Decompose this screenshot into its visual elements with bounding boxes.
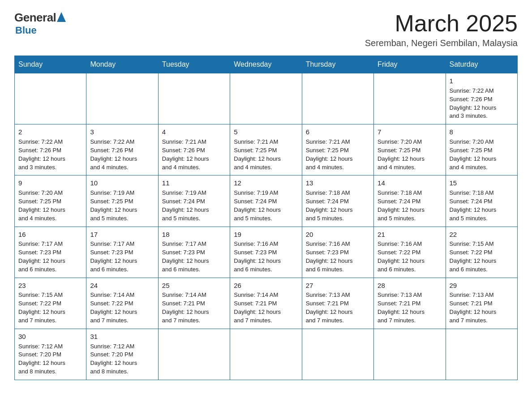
calendar-cell: 31Sunrise: 7:12 AM Sunset: 7:20 PM Dayli…	[86, 329, 158, 380]
calendar-cell: 2Sunrise: 7:22 AM Sunset: 7:26 PM Daylig…	[15, 124, 86, 176]
logo: General Blue	[14, 11, 67, 36]
day-info: Sunrise: 7:20 AM Sunset: 7:25 PM Dayligh…	[450, 138, 514, 171]
weekday-saturday: Saturday	[446, 56, 517, 73]
calendar-week-2: 2Sunrise: 7:22 AM Sunset: 7:26 PM Daylig…	[15, 124, 518, 176]
day-number: 15	[450, 178, 514, 188]
calendar-week-1: 1Sunrise: 7:22 AM Sunset: 7:26 PM Daylig…	[15, 73, 518, 124]
calendar-cell	[158, 329, 230, 380]
day-number: 19	[234, 230, 298, 240]
day-info: Sunrise: 7:14 AM Sunset: 7:22 PM Dayligh…	[90, 291, 154, 325]
weekday-wednesday: Wednesday	[230, 56, 302, 73]
calendar-cell: 11Sunrise: 7:19 AM Sunset: 7:24 PM Dayli…	[158, 176, 230, 227]
calendar-header: SundayMondayTuesdayWednesdayThursdayFrid…	[15, 56, 518, 73]
weekday-header-row: SundayMondayTuesdayWednesdayThursdayFrid…	[15, 56, 518, 73]
calendar-week-4: 16Sunrise: 7:17 AM Sunset: 7:23 PM Dayli…	[15, 227, 518, 278]
calendar-cell: 8Sunrise: 7:20 AM Sunset: 7:25 PM Daylig…	[446, 124, 517, 176]
calendar-cell	[302, 329, 373, 380]
location-title: Seremban, Negeri Sembilan, Malaysia	[365, 38, 518, 48]
weekday-sunday: Sunday	[15, 56, 86, 73]
day-number: 30	[18, 332, 82, 342]
day-number: 28	[378, 281, 442, 291]
calendar-cell: 12Sunrise: 7:19 AM Sunset: 7:24 PM Dayli…	[230, 176, 302, 227]
calendar-cell: 19Sunrise: 7:16 AM Sunset: 7:23 PM Dayli…	[230, 227, 302, 278]
calendar-cell: 28Sunrise: 7:13 AM Sunset: 7:21 PM Dayli…	[374, 278, 446, 329]
day-number: 26	[234, 281, 298, 291]
day-info: Sunrise: 7:18 AM Sunset: 7:24 PM Dayligh…	[378, 189, 442, 223]
day-number: 8	[450, 127, 514, 137]
calendar-cell: 27Sunrise: 7:13 AM Sunset: 7:21 PM Dayli…	[302, 278, 373, 329]
day-info: Sunrise: 7:16 AM Sunset: 7:23 PM Dayligh…	[234, 240, 298, 274]
day-info: Sunrise: 7:12 AM Sunset: 7:20 PM Dayligh…	[18, 342, 82, 376]
calendar-cell: 20Sunrise: 7:16 AM Sunset: 7:23 PM Dayli…	[302, 227, 373, 278]
day-number: 13	[306, 178, 370, 188]
calendar-cell: 29Sunrise: 7:13 AM Sunset: 7:21 PM Dayli…	[446, 278, 517, 329]
header: General Blue March 2025 Seremban, Negeri…	[14, 11, 518, 48]
day-info: Sunrise: 7:20 AM Sunset: 7:25 PM Dayligh…	[378, 138, 442, 171]
day-info: Sunrise: 7:19 AM Sunset: 7:24 PM Dayligh…	[162, 189, 226, 223]
title-area: March 2025 Seremban, Negeri Sembilan, Ma…	[365, 11, 518, 48]
day-number: 1	[450, 76, 514, 86]
day-number: 21	[378, 230, 442, 240]
calendar-cell: 16Sunrise: 7:17 AM Sunset: 7:23 PM Dayli…	[15, 227, 86, 278]
day-number: 20	[306, 230, 370, 240]
day-number: 5	[234, 127, 298, 137]
calendar-cell: 15Sunrise: 7:18 AM Sunset: 7:24 PM Dayli…	[446, 176, 517, 227]
day-info: Sunrise: 7:16 AM Sunset: 7:22 PM Dayligh…	[378, 240, 442, 274]
calendar-cell: 1Sunrise: 7:22 AM Sunset: 7:26 PM Daylig…	[446, 73, 517, 124]
day-info: Sunrise: 7:21 AM Sunset: 7:25 PM Dayligh…	[234, 138, 298, 171]
calendar-cell: 4Sunrise: 7:21 AM Sunset: 7:26 PM Daylig…	[158, 124, 230, 176]
calendar-cell	[15, 73, 86, 124]
day-number: 16	[18, 230, 82, 240]
day-number: 9	[18, 178, 82, 188]
day-info: Sunrise: 7:22 AM Sunset: 7:26 PM Dayligh…	[90, 138, 154, 171]
weekday-tuesday: Tuesday	[158, 56, 230, 73]
weekday-thursday: Thursday	[302, 56, 373, 73]
day-number: 12	[234, 178, 298, 188]
day-number: 10	[90, 178, 154, 188]
day-info: Sunrise: 7:21 AM Sunset: 7:26 PM Dayligh…	[162, 138, 226, 171]
calendar-week-5: 23Sunrise: 7:15 AM Sunset: 7:22 PM Dayli…	[15, 278, 518, 329]
calendar-cell	[230, 329, 302, 380]
day-info: Sunrise: 7:19 AM Sunset: 7:24 PM Dayligh…	[234, 189, 298, 223]
day-number: 25	[162, 281, 226, 291]
calendar-cell: 23Sunrise: 7:15 AM Sunset: 7:22 PM Dayli…	[15, 278, 86, 329]
day-info: Sunrise: 7:13 AM Sunset: 7:21 PM Dayligh…	[306, 291, 370, 325]
day-number: 4	[162, 127, 226, 137]
day-number: 14	[378, 178, 442, 188]
day-number: 23	[18, 281, 82, 291]
day-info: Sunrise: 7:12 AM Sunset: 7:20 PM Dayligh…	[90, 342, 154, 376]
day-info: Sunrise: 7:14 AM Sunset: 7:21 PM Dayligh…	[162, 291, 226, 325]
calendar-cell: 22Sunrise: 7:15 AM Sunset: 7:22 PM Dayli…	[446, 227, 517, 278]
day-info: Sunrise: 7:17 AM Sunset: 7:23 PM Dayligh…	[18, 240, 82, 274]
calendar-cell: 9Sunrise: 7:20 AM Sunset: 7:25 PM Daylig…	[15, 176, 86, 227]
day-number: 7	[378, 127, 442, 137]
calendar-cell: 3Sunrise: 7:22 AM Sunset: 7:26 PM Daylig…	[86, 124, 158, 176]
calendar-cell	[446, 329, 517, 380]
day-info: Sunrise: 7:15 AM Sunset: 7:22 PM Dayligh…	[18, 291, 82, 325]
day-number: 3	[90, 127, 154, 137]
day-info: Sunrise: 7:21 AM Sunset: 7:25 PM Dayligh…	[306, 138, 370, 171]
calendar-cell: 7Sunrise: 7:20 AM Sunset: 7:25 PM Daylig…	[374, 124, 446, 176]
day-info: Sunrise: 7:18 AM Sunset: 7:24 PM Dayligh…	[450, 189, 514, 223]
day-info: Sunrise: 7:13 AM Sunset: 7:21 PM Dayligh…	[378, 291, 442, 325]
calendar-cell: 5Sunrise: 7:21 AM Sunset: 7:25 PM Daylig…	[230, 124, 302, 176]
day-info: Sunrise: 7:20 AM Sunset: 7:25 PM Dayligh…	[18, 189, 82, 223]
calendar-cell	[230, 73, 302, 124]
weekday-monday: Monday	[86, 56, 158, 73]
month-title: March 2025	[365, 11, 518, 36]
day-number: 2	[18, 127, 82, 137]
day-number: 24	[90, 281, 154, 291]
day-info: Sunrise: 7:22 AM Sunset: 7:26 PM Dayligh…	[18, 138, 82, 171]
day-info: Sunrise: 7:17 AM Sunset: 7:23 PM Dayligh…	[90, 240, 154, 274]
calendar-table: SundayMondayTuesdayWednesdayThursdayFrid…	[14, 56, 518, 380]
calendar-cell	[374, 329, 446, 380]
weekday-friday: Friday	[374, 56, 446, 73]
day-info: Sunrise: 7:13 AM Sunset: 7:21 PM Dayligh…	[450, 291, 514, 325]
day-info: Sunrise: 7:14 AM Sunset: 7:21 PM Dayligh…	[234, 291, 298, 325]
calendar-week-3: 9Sunrise: 7:20 AM Sunset: 7:25 PM Daylig…	[15, 176, 518, 227]
calendar-body: 1Sunrise: 7:22 AM Sunset: 7:26 PM Daylig…	[15, 73, 518, 380]
logo-blue-text: Blue	[15, 25, 37, 36]
day-number: 6	[306, 127, 370, 137]
day-info: Sunrise: 7:15 AM Sunset: 7:22 PM Dayligh…	[450, 240, 514, 274]
calendar-cell	[86, 73, 158, 124]
